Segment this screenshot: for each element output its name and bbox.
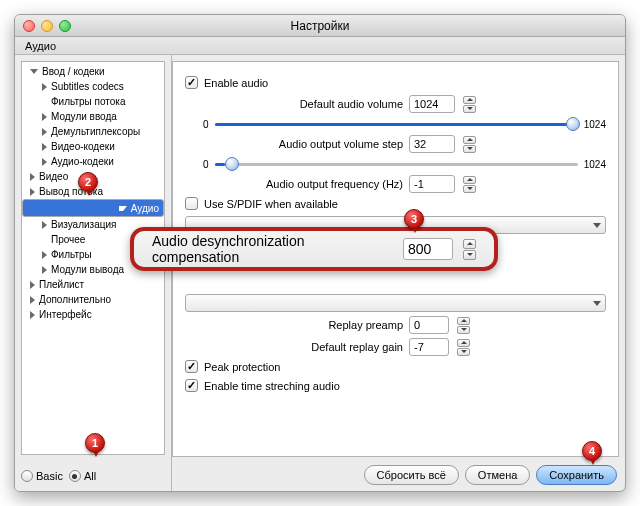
output-step-label: Audio output volume step xyxy=(203,138,403,150)
highlight-desync: Audio desynchronization compensation 800 xyxy=(130,227,498,271)
sidebar-item[interactable]: Модули ввода xyxy=(22,109,164,124)
sidebar-item-label: Аудио xyxy=(131,201,159,216)
select-row-2 xyxy=(185,294,606,312)
sidebar-item[interactable]: Интерфейс xyxy=(22,307,164,322)
default-gain-row: Default replay gain -7 xyxy=(203,338,606,356)
sidebar-item-label: Ввод / кодеки xyxy=(42,64,105,79)
sidebar-item-label: Дополнительно xyxy=(39,292,111,307)
mode-all-radio[interactable]: All xyxy=(69,470,96,482)
triangle-right-icon xyxy=(42,83,47,91)
slider1-max: 1024 xyxy=(584,119,606,130)
slider2-min: 0 xyxy=(203,159,209,170)
enable-audio-checkbox[interactable]: Enable audio xyxy=(185,76,606,89)
output-freq-input[interactable]: -1 xyxy=(409,175,455,193)
window-body: Ввод / кодекиSubtitles codecsФильтры пот… xyxy=(15,55,625,491)
reset-button[interactable]: Сбросить всё xyxy=(364,465,459,485)
window-title: Настройки xyxy=(15,19,625,33)
desync-stepper[interactable] xyxy=(463,239,476,260)
replay-preamp-label: Replay preamp xyxy=(203,319,403,331)
sidebar-item-label: Прочее xyxy=(51,232,85,247)
sidebar-column: Ввод / кодекиSubtitles codecsФильтры пот… xyxy=(15,55,172,491)
triangle-right-icon xyxy=(42,113,47,121)
triangle-right-icon xyxy=(42,266,47,274)
sidebar-item-label: Модули ввода xyxy=(51,109,117,124)
triangle-down-icon xyxy=(30,69,38,74)
replay-preamp-stepper[interactable] xyxy=(457,317,470,334)
slider1-min: 0 xyxy=(203,119,209,130)
peak-label: Peak protection xyxy=(204,361,280,373)
chevron-down-icon xyxy=(593,301,601,306)
callout-pin-3: 3 xyxy=(404,209,424,235)
sidebar-item-label: Видео xyxy=(39,169,68,184)
section-header: Аудио xyxy=(15,37,625,55)
mode-basic-label: Basic xyxy=(36,470,63,482)
default-volume-label: Default audio volume xyxy=(203,98,403,110)
default-gain-input[interactable]: -7 xyxy=(409,338,449,356)
preferences-window: Настройки Аудио Ввод / кодекиSubtitles c… xyxy=(14,14,626,492)
step-slider[interactable] xyxy=(215,157,578,171)
sidebar-item[interactable]: Демультиплексоры xyxy=(22,124,164,139)
mode-switch: Basic All xyxy=(15,461,171,491)
sidebar-item[interactable]: Фильтры потока xyxy=(22,94,164,109)
sidebar-item[interactable]: Аудио xyxy=(22,199,164,217)
callout-pin-1: 1 xyxy=(85,433,105,459)
select-2[interactable] xyxy=(185,294,606,312)
sidebar-item-label: Визуализация xyxy=(51,217,116,232)
titlebar: Настройки xyxy=(15,15,625,37)
output-freq-row: Audio output frequency (Hz) -1 xyxy=(203,175,606,193)
volume-slider[interactable] xyxy=(215,117,578,131)
sidebar-item[interactable]: Аудио-кодеки xyxy=(22,154,164,169)
triangle-right-icon xyxy=(42,128,47,136)
sidebar-item-label: Фильтры xyxy=(51,247,92,262)
triangle-right-icon xyxy=(42,251,47,259)
sidebar-item-label: Аудио-кодеки xyxy=(51,154,114,169)
checkbox-icon xyxy=(185,197,198,210)
sidebar-item[interactable]: Ввод / кодеки xyxy=(22,64,164,79)
output-step-stepper[interactable] xyxy=(463,136,476,153)
triangle-right-icon xyxy=(42,221,47,229)
output-step-row: Audio output volume step 32 xyxy=(203,135,606,153)
checkbox-icon xyxy=(185,76,198,89)
sidebar-item-label: Демультиплексоры xyxy=(51,124,140,139)
enable-audio-label: Enable audio xyxy=(204,77,268,89)
output-freq-stepper[interactable] xyxy=(463,176,476,193)
default-gain-stepper[interactable] xyxy=(457,339,470,356)
peak-checkbox[interactable]: Peak protection xyxy=(185,360,606,373)
triangle-right-icon xyxy=(30,296,35,304)
replay-preamp-input[interactable]: 0 xyxy=(409,316,449,334)
sidebar-item[interactable]: Плейлист xyxy=(22,277,164,292)
volume-slider-row: 0 1024 xyxy=(203,117,606,131)
output-step-input[interactable]: 32 xyxy=(409,135,455,153)
checkbox-icon xyxy=(185,360,198,373)
callout-pin-4: 4 xyxy=(582,441,602,467)
triangle-right-icon xyxy=(42,158,47,166)
output-freq-label: Audio output frequency (Hz) xyxy=(203,178,403,190)
main-panel: Enable audio Default audio volume 1024 0… xyxy=(172,55,625,491)
default-gain-label: Default replay gain xyxy=(203,341,403,353)
sidebar-item[interactable]: Дополнительно xyxy=(22,292,164,307)
cancel-button[interactable]: Отмена xyxy=(465,465,530,485)
spdif-label: Use S/PDIF when available xyxy=(204,198,338,210)
save-button[interactable]: Сохранить xyxy=(536,465,617,485)
sidebar-item-label: Видео-кодеки xyxy=(51,139,115,154)
slider2-max: 1024 xyxy=(584,159,606,170)
default-volume-row: Default audio volume 1024 xyxy=(203,95,606,113)
replay-preamp-row: Replay preamp 0 xyxy=(203,316,606,334)
default-volume-input[interactable]: 1024 xyxy=(409,95,455,113)
sidebar-item-label: Фильтры потока xyxy=(51,94,126,109)
sidebar-item-label: Subtitles codecs xyxy=(51,79,124,94)
spdif-checkbox[interactable]: Use S/PDIF when available xyxy=(185,197,606,210)
triangle-down-icon xyxy=(119,206,127,211)
sidebar-item[interactable]: Subtitles codecs xyxy=(22,79,164,94)
triangle-right-icon xyxy=(30,188,35,196)
checkbox-icon xyxy=(185,379,198,392)
desync-input[interactable]: 800 xyxy=(403,238,453,260)
sidebar-item[interactable]: Видео-кодеки xyxy=(22,139,164,154)
mode-all-label: All xyxy=(84,470,96,482)
mode-basic-radio[interactable]: Basic xyxy=(21,470,63,482)
default-volume-stepper[interactable] xyxy=(463,96,476,113)
triangle-right-icon xyxy=(42,143,47,151)
timestretch-checkbox[interactable]: Enable time streching audio xyxy=(185,379,606,392)
sidebar-item-label: Интерфейс xyxy=(39,307,92,322)
footer-buttons: Сбросить всё Отмена Сохранить xyxy=(364,465,617,485)
